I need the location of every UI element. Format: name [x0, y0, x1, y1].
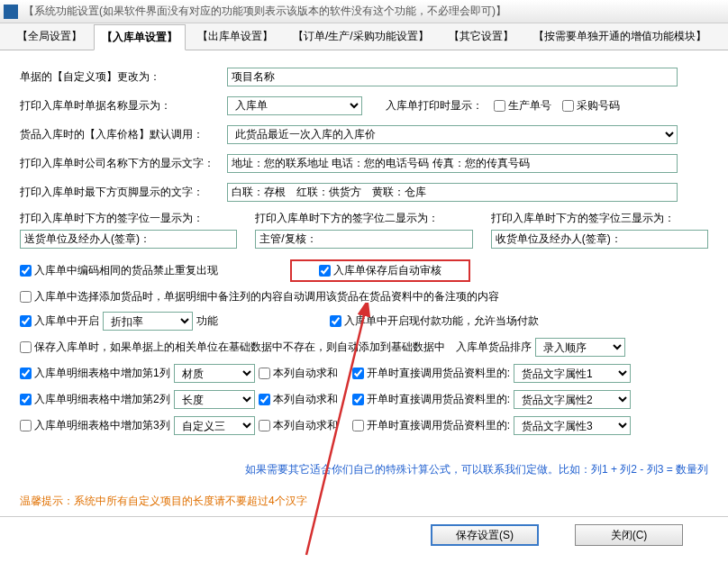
cb-no-repeat-label: 入库单中编码相同的货品禁止重复出现	[34, 263, 218, 278]
cb-col3-sum-label: 本列自动求和	[273, 418, 338, 433]
sort-label: 入库单货品排序	[456, 340, 532, 355]
cb-col3-det-wrap[interactable]: 开单时直接调用货品资料里的:	[352, 418, 510, 433]
cb-cashpay-label: 入库单中开启现付款功能，允许当场付款	[344, 313, 539, 329]
print-name-label: 打印入库单时单据名称显示为：	[20, 98, 227, 113]
cb-purchase-no[interactable]	[562, 100, 574, 112]
cb-col2-sum[interactable]	[259, 394, 270, 405]
titlebar-text: 【系统功能设置(如果软件界面没有对应的功能项则表示该版本的软件没有这个功能，不必…	[23, 4, 506, 19]
content: 单据的【自定义项】更改为： 打印入库单时单据名称显示为： 入库单 入库单打印时显…	[0, 50, 728, 451]
app-icon	[4, 5, 18, 19]
sig2-label: 打印入库单时下方的签字位二显示为：	[255, 211, 472, 226]
cb-auto-add-wrap[interactable]: 保存入库单时，如果单据上的相关单位在基础数据中不存在，则自动添加到基础数据中	[20, 340, 445, 355]
close-button[interactable]: 关闭(C)	[575, 524, 683, 546]
sig3-label: 打印入库单时下方的签字位三显示为：	[491, 211, 708, 226]
save-button[interactable]: 保存设置(S)	[431, 524, 539, 546]
tab-bar: 【全局设置】 【入库单设置】 【出库单设置】 【订单/生产/采购功能设置】 【其…	[0, 23, 728, 50]
discount-select[interactable]: 折扣率	[103, 312, 193, 331]
cb-col2-wrap[interactable]: 入库单明细表格中增加第2列	[20, 392, 170, 407]
content-wrap: 单据的【自定义项】更改为： 打印入库单时单据名称显示为： 入库单 入库单打印时显…	[0, 50, 728, 572]
cb-col2-det-label: 开单时直接调用货品资料里的:	[367, 392, 510, 407]
cb-remark-copy[interactable]	[20, 291, 32, 303]
custom-field-input[interactable]	[227, 68, 678, 86]
notice-blue: 如果需要其它适合你们自己的特殊计算公式，可以联系我们定做。比如：列1 + 列2 …	[0, 462, 708, 477]
tab-other[interactable]: 【其它设置】	[441, 23, 522, 50]
tab-outbound[interactable]: 【出库单设置】	[189, 23, 281, 50]
cb-prod-no-label: 生产单号	[508, 98, 551, 113]
col3-det-select[interactable]: 货品文字属性3	[514, 416, 631, 435]
sig2-input[interactable]	[255, 230, 472, 249]
company-text-label: 打印入库单时公司名称下方的显示文字：	[20, 156, 227, 171]
print-show-label: 入库单打印时显示：	[386, 98, 483, 113]
cb-col1-label: 入库单明细表格中增加第1列	[34, 366, 170, 381]
footer-text-label: 打印入库单时最下方页脚显示的文字：	[20, 185, 227, 200]
cb-col1-det-wrap[interactable]: 开单时直接调用货品资料里的:	[352, 366, 510, 381]
cb-auto-add-label: 保存入库单时，如果单据上的相关单位在基础数据中不存在，则自动添加到基础数据中	[34, 340, 445, 355]
footer-bar: 保存设置(S) 关闭(C)	[0, 516, 728, 557]
cb-col3-sum[interactable]	[259, 420, 270, 431]
col3-select[interactable]: 自定义三	[174, 416, 255, 435]
tab-global[interactable]: 【全局设置】	[9, 23, 90, 50]
cb-auto-audit[interactable]	[319, 265, 331, 277]
cb-col3-sum-wrap[interactable]: 本列自动求和	[259, 418, 338, 433]
default-price-label: 货品入库时的【入库价格】默认调用：	[20, 127, 227, 142]
company-text-input[interactable]	[227, 154, 678, 173]
col1-det-select[interactable]: 货品文字属性1	[514, 364, 631, 383]
cb-col1-det-label: 开单时直接调用货品资料里的:	[367, 366, 510, 381]
cb-discount[interactable]	[20, 315, 32, 327]
cb-remark-copy-wrap[interactable]: 入库单中选择添加货品时，单据明细中备注列的内容自动调用该货品在货品资料中的备注项…	[20, 289, 499, 304]
cb-discount-b: 功能	[196, 313, 218, 329]
cb-col2-label: 入库单明细表格中增加第2列	[34, 392, 170, 407]
tab-order[interactable]: 【订单/生产/采购功能设置】	[285, 23, 437, 50]
cb-col2-det-wrap[interactable]: 开单时直接调用货品资料里的:	[352, 392, 510, 407]
cb-col1[interactable]	[20, 368, 32, 379]
custom-field-label: 单据的【自定义项】更改为：	[20, 69, 227, 85]
sig1-label: 打印入库单时下方的签字位一显示为：	[20, 211, 237, 226]
notice-orange: 温馨提示：系统中所有自定义项目的长度请不要超过4个汉字	[20, 494, 728, 509]
cb-auto-audit-label: 入库单保存后自动审核	[333, 263, 441, 278]
cb-col3-det-label: 开单时直接调用货品资料里的:	[367, 418, 510, 433]
sig3-input[interactable]	[491, 230, 708, 249]
cb-auto-audit-wrap[interactable]: 入库单保存后自动审核	[319, 263, 441, 278]
cb-prod-no[interactable]	[494, 100, 505, 112]
cb-col3-det[interactable]	[352, 420, 364, 431]
cb-purchase-no-wrap[interactable]: 采购号码	[562, 98, 620, 113]
cb-cashpay[interactable]	[330, 315, 341, 327]
cb-col2-sum-label: 本列自动求和	[273, 392, 338, 407]
col2-select[interactable]: 长度	[174, 390, 255, 409]
print-name-select[interactable]: 入库单	[227, 96, 362, 115]
sort-select[interactable]: 录入顺序	[535, 338, 625, 357]
cb-col3[interactable]	[20, 420, 32, 431]
cb-prod-no-wrap[interactable]: 生产单号	[494, 98, 551, 113]
cb-no-repeat-wrap[interactable]: 入库单中编码相同的货品禁止重复出现	[20, 263, 218, 278]
col2-det-select[interactable]: 货品文字属性2	[514, 390, 631, 409]
cb-col1-det[interactable]	[352, 368, 364, 379]
cb-col2-sum-wrap[interactable]: 本列自动求和	[259, 392, 338, 407]
cb-col1-sum-label: 本列自动求和	[273, 366, 338, 381]
footer-text-input[interactable]	[227, 183, 678, 202]
highlight-box: 入库单保存后自动审核	[290, 259, 470, 282]
cb-col1-wrap[interactable]: 入库单明细表格中增加第1列	[20, 366, 170, 381]
cb-purchase-no-label: 采购号码	[577, 98, 620, 113]
cb-discount-wrap[interactable]: 入库单中开启	[20, 313, 99, 329]
titlebar: 【系统功能设置(如果软件界面没有对应的功能项则表示该版本的软件没有这个功能，不必…	[0, 0, 728, 23]
cb-auto-add[interactable]	[20, 341, 32, 353]
cb-col1-sum-wrap[interactable]: 本列自动求和	[259, 366, 338, 381]
cb-col2[interactable]	[20, 394, 32, 405]
sig1-input[interactable]	[20, 230, 237, 249]
cb-col1-sum[interactable]	[259, 368, 270, 379]
col1-select[interactable]: 材质	[174, 364, 255, 383]
cb-col3-label: 入库单明细表格中增加第3列	[34, 418, 170, 433]
tab-inbound[interactable]: 【入库单设置】	[94, 24, 186, 50]
cb-col3-wrap[interactable]: 入库单明细表格中增加第3列	[20, 418, 170, 433]
cb-col2-det[interactable]	[352, 394, 364, 405]
cb-remark-copy-label: 入库单中选择添加货品时，单据明细中备注列的内容自动调用该货品在货品资料中的备注项…	[34, 289, 499, 304]
default-price-select[interactable]: 此货品最近一次入库的入库价	[227, 125, 678, 144]
cb-cashpay-wrap[interactable]: 入库单中开启现付款功能，允许当场付款	[330, 313, 539, 329]
cb-no-repeat[interactable]	[20, 265, 32, 277]
annotation-text: 入库单据的，保存后自动审核功能。	[0, 557, 728, 572]
tab-addon[interactable]: 【按需要单独开通的增值功能模块】	[525, 23, 714, 50]
cb-discount-a: 入库单中开启	[34, 313, 99, 329]
